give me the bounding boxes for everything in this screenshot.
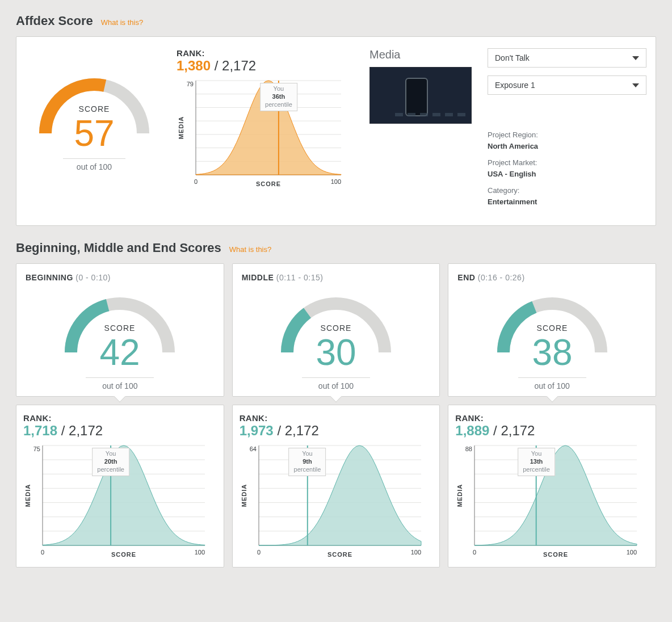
media-select-value: Don't Talk	[495, 53, 530, 62]
bme-title-text: Beginning, Middle and End Scores	[16, 241, 221, 255]
chevron-down-icon	[632, 56, 639, 60]
market-label: Project Market:	[488, 157, 646, 169]
bme-end-rank-card: RANK: 1,889 / 2,172 880100SCOREMEDIA You…	[448, 405, 656, 568]
media-thumbnail[interactable]	[369, 67, 472, 124]
affdex-distribution-chart: 790100SCOREMEDIA You 36th percentile	[177, 77, 347, 191]
svg-text:SCORE: SCORE	[327, 551, 352, 558]
svg-text:64: 64	[249, 446, 256, 452]
bme-end-rank: 1,889	[455, 423, 489, 438]
svg-text:79: 79	[187, 81, 194, 87]
svg-text:75: 75	[33, 446, 40, 452]
affdex-gauge: SCORE57 out of 100	[23, 48, 165, 213]
affdex-rank-value: 1,380 / 2,172	[177, 58, 358, 74]
bme-end-you-marker: You 13th percentile	[518, 448, 555, 476]
region-label: Project Region:	[488, 129, 646, 141]
bme-middle-range: (0:11 - 0:15)	[276, 273, 324, 282]
bme-end-rank-total: 2,172	[501, 423, 535, 438]
svg-text:100: 100	[627, 549, 637, 556]
svg-text:42: 42	[100, 332, 140, 373]
svg-text:0: 0	[257, 549, 261, 556]
bme-middle-name: MIDDLE	[242, 273, 274, 282]
bme-beginning-you-marker: You 20th percentile	[92, 448, 129, 476]
bme-middle-distribution: 640100SCOREMEDIA You 9th percentile	[240, 442, 427, 561]
bme-middle-rank: 1,973	[240, 423, 274, 438]
bme-gauge-row: BEGINNING (0 - 0:10) SCORE42 out of 100 …	[16, 263, 656, 397]
affdex-you-marker: You 36th percentile	[260, 83, 297, 111]
bme-what-is-this-link[interactable]: What is this?	[229, 245, 271, 254]
affdex-gauge-caption: out of 100	[63, 158, 125, 171]
gauge-caption: out of 100	[518, 377, 586, 390]
svg-text:38: 38	[532, 332, 572, 373]
bme-end-range: (0:16 - 0:26)	[478, 273, 525, 282]
gauge-caption: out of 100	[86, 377, 154, 390]
chevron-down-icon	[632, 83, 639, 87]
svg-text:0: 0	[194, 178, 198, 185]
bme-beginning-rank: 1,718	[23, 423, 57, 438]
affdex-rank-total: 2,172	[222, 58, 256, 73]
bme-beginning-distribution: 750100SCOREMEDIA You 20th percentile	[23, 442, 211, 561]
svg-text:30: 30	[316, 332, 356, 373]
svg-text:SCORE: SCORE	[104, 323, 136, 333]
market-value: USA - English	[488, 169, 646, 180]
svg-text:SCORE: SCORE	[543, 551, 568, 558]
svg-text:SCORE: SCORE	[256, 180, 281, 187]
category-value: Entertainment	[488, 196, 646, 208]
bme-middle-rank-total: 2,172	[285, 423, 319, 438]
affdex-what-is-this-link[interactable]: What is this?	[101, 18, 143, 27]
media-panel: Media Don't Talk Exposure 1 Project Regi…	[369, 48, 646, 213]
rank-label: RANK:	[240, 413, 433, 423]
media-select[interactable]: Don't Talk	[488, 48, 646, 68]
bme-end-gauge-card: END (0:16 - 0:26) SCORE38 out of 100	[448, 263, 656, 397]
svg-text:0: 0	[473, 549, 476, 556]
media-heading: Media	[369, 48, 477, 61]
svg-text:SCORE: SCORE	[111, 551, 136, 558]
svg-text:MEDIA: MEDIA	[456, 484, 463, 507]
affdex-card: SCORE57 out of 100 RANK: 1,380 / 2,172 7…	[16, 36, 656, 226]
affdex-rank-block: RANK: 1,380 / 2,172 790100SCOREMEDIA You…	[177, 48, 358, 213]
region-value: North America	[488, 141, 646, 152]
gauge-caption: out of 100	[302, 377, 370, 390]
bme-middle-rank-card: RANK: 1,973 / 2,172 640100SCOREMEDIA You…	[232, 405, 440, 568]
rank-label: RANK:	[23, 413, 217, 423]
svg-text:SCORE: SCORE	[321, 323, 352, 333]
bme-rank-row: RANK: 1,718 / 2,172 750100SCOREMEDIA You…	[16, 405, 656, 568]
bme-section-title: Beginning, Middle and End Scores What is…	[16, 241, 656, 255]
rank-label: RANK:	[177, 48, 358, 58]
svg-text:100: 100	[331, 178, 341, 185]
bme-middle-gauge-card: MIDDLE (0:11 - 0:15) SCORE30 out of 100	[232, 263, 440, 397]
svg-text:SCORE: SCORE	[536, 323, 568, 333]
bme-beginning-range: (0 - 0:10)	[75, 273, 111, 282]
svg-text:100: 100	[410, 549, 421, 556]
bme-beginning-rank-card: RANK: 1,718 / 2,172 750100SCOREMEDIA You…	[16, 405, 224, 568]
category-label: Category:	[488, 185, 646, 196]
bme-beginning-rank-total: 2,172	[69, 423, 103, 438]
media-meta: Project Region: North America Project Ma…	[488, 129, 646, 213]
exposure-select[interactable]: Exposure 1	[488, 75, 646, 95]
svg-text:57: 57	[74, 113, 114, 154]
bme-middle-you-marker: You 9th percentile	[289, 448, 326, 476]
bme-end-name: END	[457, 273, 475, 282]
svg-text:MEDIA: MEDIA	[241, 484, 247, 507]
svg-text:SCORE: SCORE	[79, 104, 110, 114]
svg-text:MEDIA: MEDIA	[178, 116, 184, 139]
bme-beginning-name: BEGINNING	[26, 273, 73, 282]
svg-text:100: 100	[195, 549, 205, 556]
affdex-section-title: Affdex Score What is this?	[16, 14, 656, 28]
svg-text:MEDIA: MEDIA	[24, 484, 31, 507]
affdex-rank: 1,380	[177, 58, 211, 73]
svg-text:0: 0	[41, 549, 44, 556]
svg-text:88: 88	[465, 446, 472, 452]
exposure-select-value: Exposure 1	[495, 81, 535, 90]
bme-beginning-gauge-card: BEGINNING (0 - 0:10) SCORE42 out of 100	[16, 263, 224, 397]
bme-end-distribution: 880100SCOREMEDIA You 13th percentile	[455, 442, 642, 561]
rank-label: RANK:	[455, 413, 649, 423]
affdex-title-text: Affdex Score	[16, 14, 93, 28]
